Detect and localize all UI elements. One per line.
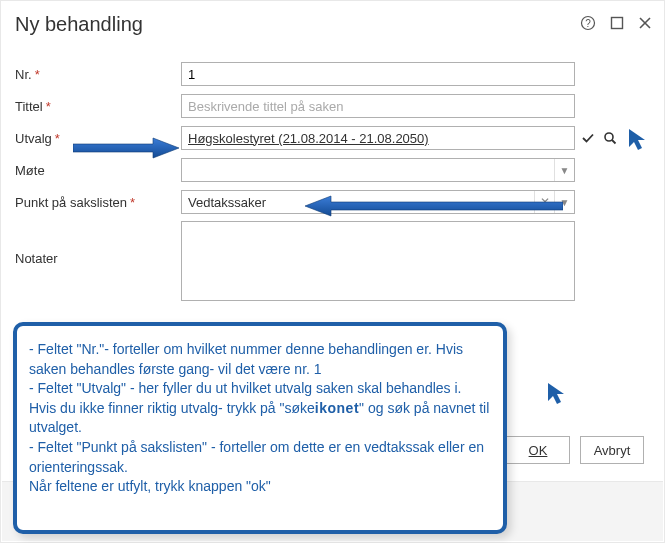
required-marker: *	[55, 131, 60, 146]
nr-input[interactable]	[181, 62, 575, 86]
required-marker: *	[35, 67, 40, 82]
svg-rect-2	[612, 17, 623, 28]
annotation-cursor-search	[627, 127, 649, 151]
annotation-box: - Feltet "Nr."- forteller om hvilket num…	[13, 322, 507, 534]
svg-point-5	[605, 133, 613, 141]
svg-marker-7	[73, 138, 179, 158]
ok-button[interactable]: OK	[506, 436, 570, 464]
annotation-line-3: - Feltet "Punkt på sakslisten" - fortell…	[29, 438, 491, 477]
annotation-line-2: - Feltet "Utvalg" - her fyller du ut hvi…	[29, 379, 491, 438]
label-nr: Nr.	[15, 67, 32, 82]
search-icon[interactable]	[601, 129, 619, 147]
annotation-cursor-ok	[546, 381, 568, 405]
confirm-icon[interactable]	[579, 129, 597, 147]
mote-select[interactable]: ▼	[181, 158, 575, 182]
annotation-arrow-utvalg	[73, 135, 181, 161]
label-punkt: Punkt på sakslisten	[15, 195, 127, 210]
notater-textarea[interactable]	[181, 221, 575, 301]
utvalg-input[interactable]	[181, 126, 575, 150]
svg-marker-10	[548, 383, 564, 404]
close-icon[interactable]	[638, 16, 652, 33]
help-icon[interactable]: ?	[580, 15, 596, 34]
required-marker: *	[46, 99, 51, 114]
label-utvalg: Utvalg	[15, 131, 52, 146]
maximize-icon[interactable]	[610, 16, 624, 33]
svg-marker-8	[305, 196, 563, 216]
svg-text:?: ?	[585, 17, 591, 28]
label-notater: Notater	[15, 251, 58, 266]
label-mote: Møte	[15, 163, 45, 178]
tittel-input[interactable]	[181, 94, 575, 118]
dialog-title: Ny behandling	[15, 13, 143, 36]
label-tittel: Tittel	[15, 99, 43, 114]
svg-line-6	[612, 140, 616, 144]
required-marker: *	[130, 195, 135, 210]
annotation-line-4: Når feltene er utfylt, trykk knappen "ok…	[29, 477, 491, 497]
svg-marker-9	[629, 129, 645, 150]
annotation-line-1: - Feltet "Nr."- forteller om hvilket num…	[29, 340, 491, 379]
chevron-down-icon: ▼	[554, 159, 574, 181]
cancel-button[interactable]: Avbryt	[580, 436, 644, 464]
annotation-arrow-punkt	[303, 193, 563, 219]
